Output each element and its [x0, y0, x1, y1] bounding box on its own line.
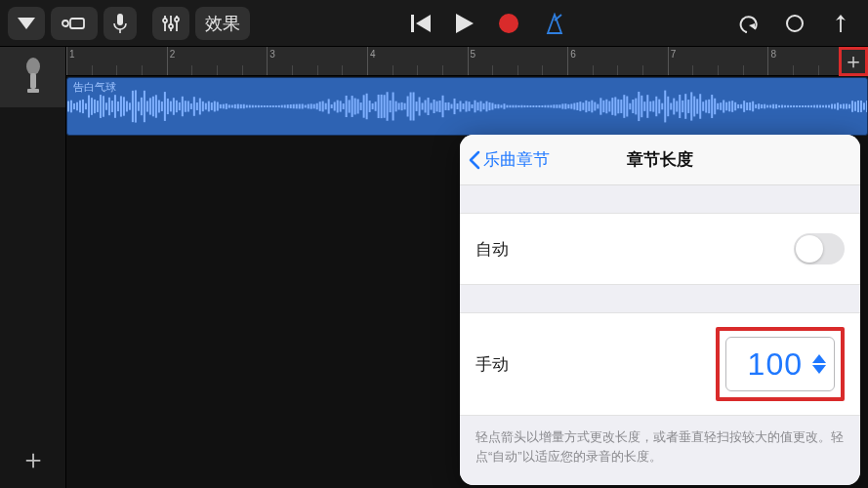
- svg-rect-91: [272, 105, 274, 107]
- svg-marker-0: [18, 18, 35, 29]
- svg-rect-22: [70, 101, 72, 113]
- svg-rect-277: [816, 105, 818, 108]
- track-header-mic[interactable]: [0, 47, 65, 107]
- rewind-button[interactable]: [401, 7, 440, 40]
- svg-rect-240: [708, 100, 710, 113]
- ruler-bar[interactable]: 7: [668, 47, 768, 75]
- mixer-button[interactable]: [152, 7, 189, 40]
- svg-rect-178: [526, 105, 528, 107]
- svg-rect-235: [693, 97, 695, 117]
- browser-button[interactable]: [51, 7, 98, 40]
- svg-rect-124: [369, 101, 371, 112]
- svg-rect-99: [296, 104, 298, 109]
- auto-row: 自动: [460, 213, 860, 285]
- hint-text: 轻点箭头以增量方式更改长度，或者垂直轻扫按较大的值更改。轻点“自动”以适应您的录…: [460, 416, 860, 471]
- svg-rect-227: [670, 103, 672, 110]
- svg-rect-43: [132, 91, 134, 122]
- svg-rect-77: [231, 105, 233, 108]
- svg-rect-21: [67, 102, 69, 112]
- svg-rect-128: [381, 95, 383, 118]
- svg-rect-42: [129, 102, 131, 109]
- svg-rect-136: [404, 103, 406, 110]
- svg-rect-255: [752, 102, 754, 112]
- svg-rect-174: [515, 105, 517, 108]
- svg-rect-275: [810, 105, 812, 107]
- record-button[interactable]: [489, 7, 528, 40]
- svg-rect-269: [793, 105, 795, 107]
- svg-rect-76: [228, 104, 230, 107]
- svg-rect-206: [608, 102, 610, 112]
- svg-rect-288: [848, 104, 850, 108]
- svg-rect-243: [717, 103, 719, 109]
- svg-rect-226: [667, 97, 669, 116]
- svg-rect-216: [638, 92, 640, 121]
- svg-rect-38: [117, 102, 119, 111]
- svg-rect-209: [617, 100, 619, 114]
- svg-rect-283: [834, 103, 836, 108]
- svg-rect-175: [517, 105, 519, 107]
- svg-rect-56: [170, 102, 172, 112]
- ruler-bar[interactable]: 4: [367, 47, 468, 75]
- fx-button[interactable]: 效果: [195, 7, 250, 40]
- svg-rect-205: [605, 100, 607, 113]
- svg-rect-199: [588, 102, 590, 111]
- back-button[interactable]: 乐曲章节: [460, 148, 550, 171]
- svg-rect-225: [664, 91, 666, 123]
- stepper-up[interactable]: [812, 354, 826, 363]
- svg-rect-137: [407, 97, 409, 117]
- svg-rect-146: [434, 100, 435, 113]
- ruler-bar[interactable]: 2: [167, 47, 268, 75]
- manual-label: 手动: [475, 353, 716, 376]
- svg-rect-88: [264, 105, 266, 107]
- add-track-button[interactable]: ＋: [0, 431, 65, 488]
- manual-stepper[interactable]: 100: [725, 337, 835, 391]
- svg-rect-32: [100, 95, 102, 118]
- svg-rect-249: [734, 102, 736, 111]
- back-label: 乐曲章节: [483, 148, 550, 171]
- svg-rect-155: [460, 101, 462, 111]
- svg-rect-285: [840, 104, 842, 108]
- svg-rect-183: [541, 105, 543, 107]
- tracks-view-button[interactable]: [8, 7, 45, 40]
- ruler-bar[interactable]: 5: [468, 47, 568, 75]
- play-button[interactable]: [446, 7, 483, 40]
- svg-rect-127: [378, 95, 380, 118]
- svg-rect-164: [485, 102, 487, 112]
- stepper-down[interactable]: [812, 365, 826, 374]
- svg-rect-265: [781, 105, 783, 108]
- svg-rect-231: [682, 101, 683, 112]
- svg-rect-47: [144, 91, 145, 122]
- svg-rect-109: [325, 103, 327, 110]
- svg-rect-115: [343, 103, 345, 109]
- svg-rect-170: [503, 103, 505, 109]
- audio-region[interactable]: 告白气球: [66, 77, 868, 136]
- svg-rect-57: [173, 98, 175, 115]
- auto-switch[interactable]: [794, 233, 845, 264]
- svg-rect-163: [482, 103, 484, 109]
- svg-rect-122: [363, 95, 365, 117]
- svg-rect-45: [138, 102, 140, 110]
- svg-rect-80: [240, 104, 242, 108]
- svg-rect-26: [82, 100, 84, 113]
- metronome-button[interactable]: [534, 7, 575, 40]
- svg-rect-236: [696, 99, 698, 113]
- svg-rect-166: [491, 103, 493, 110]
- settings-button[interactable]: [821, 7, 860, 40]
- svg-rect-27: [85, 103, 87, 109]
- ruler[interactable]: 12345678 ＋: [66, 47, 868, 76]
- loop-button[interactable]: [774, 7, 815, 40]
- svg-rect-287: [846, 103, 847, 108]
- undo-button[interactable]: [725, 7, 768, 40]
- add-section-button[interactable]: ＋: [839, 47, 868, 76]
- input-mic-button[interactable]: [103, 7, 137, 40]
- svg-rect-113: [337, 101, 339, 113]
- svg-rect-220: [649, 102, 651, 111]
- ruler-bar[interactable]: 1: [66, 47, 167, 75]
- svg-rect-252: [743, 101, 745, 112]
- ruler-bar[interactable]: 6: [567, 47, 668, 75]
- ruler-bar[interactable]: 3: [267, 47, 367, 75]
- svg-rect-86: [258, 105, 260, 107]
- svg-rect-208: [614, 97, 616, 115]
- svg-rect-116: [346, 96, 348, 117]
- svg-rect-35: [108, 98, 110, 115]
